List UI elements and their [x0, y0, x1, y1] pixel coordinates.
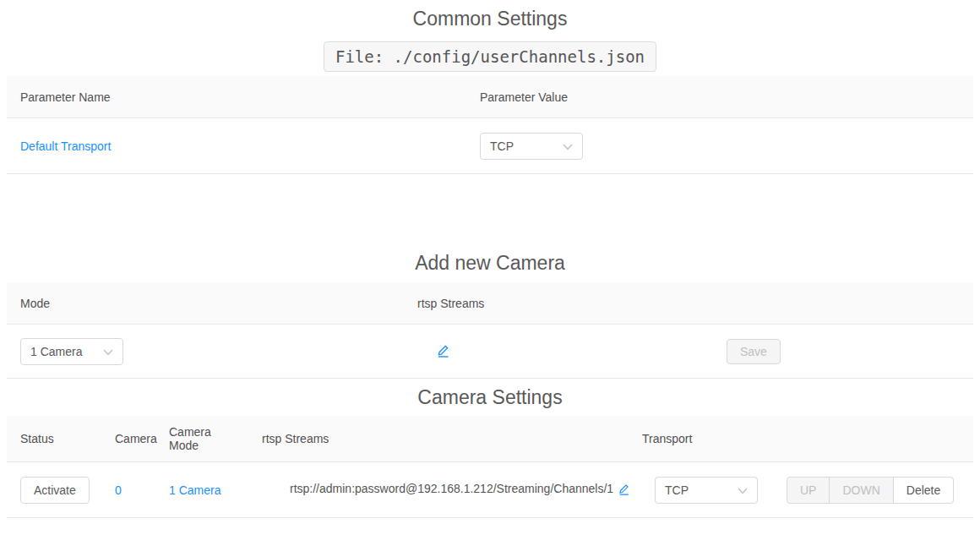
- edit-icon[interactable]: [436, 343, 450, 360]
- camera-index-link[interactable]: 0: [115, 483, 122, 497]
- camera-settings-table: Status Camera Camera Mode rtsp Streams T…: [7, 416, 973, 518]
- table-row: Default Transport TCP: [7, 118, 973, 174]
- row-actions-group: UP DOWN Delete: [787, 477, 954, 504]
- common-settings-title: Common Settings: [0, 8, 980, 30]
- add-new-camera-table-header: Mode rtsp Streams: [7, 282, 973, 325]
- header-camera: Camera: [101, 432, 155, 445]
- down-button[interactable]: DOWN: [829, 477, 893, 504]
- camera-settings-title: Camera Settings: [0, 385, 980, 410]
- default-transport-select-value: TCP: [490, 139, 514, 153]
- camera-settings-table-header: Status Camera Camera Mode rtsp Streams T…: [7, 416, 973, 462]
- save-button[interactable]: Save: [727, 339, 781, 364]
- header-camera-mode: Camera Mode: [155, 425, 248, 452]
- camera-mode-link[interactable]: 1 Camera: [169, 483, 220, 497]
- table-row: 1 Camera Save: [7, 325, 973, 379]
- activate-button[interactable]: Activate: [20, 477, 90, 504]
- header-parameter-name: Parameter Name: [7, 90, 466, 104]
- header-parameter-value: Parameter Value: [466, 90, 973, 104]
- add-new-camera-title: Add new Camera: [0, 250, 980, 276]
- config-file-wrap: File: ./config/userChannels.json: [0, 41, 980, 72]
- header-mode: Mode: [7, 297, 404, 310]
- rtsp-stream-url-text: rtsp://admin:password@192.168.1.212/Stre…: [290, 482, 613, 495]
- table-row: Activate 0 1 Camera rtsp://admin:passwor…: [7, 462, 973, 518]
- mode-select[interactable]: 1 Camera: [20, 338, 123, 365]
- mode-select-value: 1 Camera: [30, 345, 82, 358]
- rtsp-stream-url: rtsp://admin:password@192.168.1.212/Stre…: [290, 482, 630, 495]
- header-transport: Transport: [629, 432, 755, 445]
- transport-select[interactable]: TCP: [655, 477, 758, 504]
- chevron-down-icon: [103, 345, 113, 358]
- chevron-down-icon: [563, 139, 573, 153]
- chevron-down-icon: [738, 483, 748, 497]
- header-rtsp-streams: rtsp Streams: [404, 297, 708, 310]
- up-button[interactable]: UP: [787, 477, 830, 504]
- add-new-camera-table: Mode rtsp Streams 1 Camera Save: [7, 282, 973, 379]
- default-transport-link[interactable]: Default Transport: [20, 139, 111, 153]
- common-settings-table-header: Parameter Name Parameter Value: [7, 76, 973, 118]
- header-rtsp-streams: rtsp Streams: [248, 432, 629, 445]
- default-transport-select[interactable]: TCP: [480, 133, 583, 160]
- config-file-label: File: ./config/userChannels.json: [324, 41, 656, 72]
- delete-button[interactable]: Delete: [893, 477, 954, 504]
- header-status: Status: [7, 432, 101, 445]
- common-settings-table: Parameter Name Parameter Value Default T…: [7, 76, 973, 174]
- transport-select-value: TCP: [665, 483, 689, 497]
